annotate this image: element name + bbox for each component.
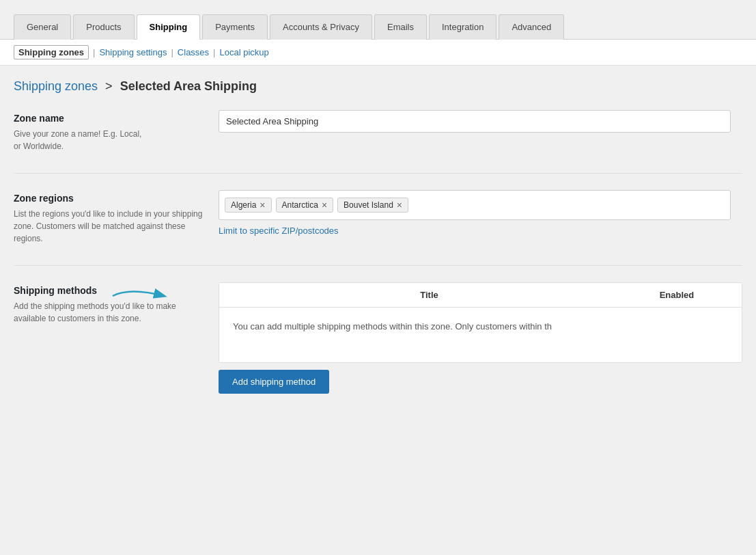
tag-antarctica-remove[interactable]: × (322, 200, 327, 210)
subnav-sep-2: | (171, 47, 173, 57)
col-enabled-header: Enabled (626, 290, 728, 300)
shipping-methods-table-body: You can add multiple shipping methods wi… (219, 308, 742, 362)
tag-antarctica: Antarctica × (276, 198, 334, 213)
shipping-methods-table-col: Title Enabled You can add multiple shipp… (219, 282, 742, 394)
tag-algeria-remove[interactable]: × (260, 200, 265, 210)
tab-integration[interactable]: Integration (429, 14, 496, 40)
subnav: Shipping zones | Shipping settings | Cla… (0, 40, 756, 66)
tag-antarctica-label: Antarctica (282, 200, 318, 210)
subnav-local-pickup[interactable]: Local pickup (220, 47, 269, 57)
tab-products[interactable]: Products (73, 14, 134, 40)
methods-empty-message: You can add multiple shipping methods wi… (233, 321, 552, 331)
subnav-shipping-settings[interactable]: Shipping settings (99, 47, 167, 57)
tab-advanced[interactable]: Advanced (499, 14, 564, 40)
shipping-methods-section: Shipping methods Add the shipping method… (14, 282, 742, 394)
zone-name-label-col: Zone name Give your zone a name! E.g. Lo… (14, 110, 205, 152)
subnav-shipping-zones[interactable]: Shipping zones (14, 45, 89, 59)
zone-name-section: Zone name Give your zone a name! E.g. Lo… (14, 110, 742, 152)
tab-payments[interactable]: Payments (202, 14, 268, 40)
col-title-header: Title (233, 290, 626, 300)
shipping-methods-table: Title Enabled You can add multiple shipp… (219, 282, 742, 363)
breadcrumb-separator: > (105, 79, 113, 93)
tabs-container: General Products Shipping Payments Accou… (0, 0, 756, 40)
limit-to-zip-link[interactable]: Limit to specific ZIP/postcodes (219, 226, 742, 236)
zone-name-heading: Zone name (14, 113, 205, 124)
tab-emails[interactable]: Emails (374, 14, 427, 40)
arrow-annotation (109, 284, 178, 310)
breadcrumb-parent-link[interactable]: Shipping zones (14, 79, 98, 93)
shipping-methods-label-col: Shipping methods Add the shipping method… (14, 282, 205, 325)
subnav-classes[interactable]: Classes (178, 47, 209, 57)
zone-regions-section: Zone regions List the regions you'd like… (14, 190, 742, 245)
tag-algeria: Algeria × (225, 198, 272, 213)
shipping-methods-table-header: Title Enabled (219, 283, 742, 308)
tag-bouvet-island-remove[interactable]: × (397, 200, 402, 210)
section-divider-1 (14, 173, 742, 174)
zone-regions-description: List the regions you'd like to include i… (14, 208, 205, 245)
add-shipping-method-button[interactable]: Add shipping method (219, 370, 329, 394)
subnav-sep-3: | (213, 47, 215, 57)
breadcrumb-current: Selected Area Shipping (120, 79, 257, 93)
tab-general[interactable]: General (14, 14, 71, 40)
section-divider-2 (14, 265, 742, 266)
zone-name-field-col (219, 110, 742, 133)
zone-regions-heading: Zone regions (14, 193, 205, 204)
main-content: Shipping zones > Selected Area Shipping … (0, 66, 756, 435)
subnav-sep-1: | (93, 47, 95, 57)
zone-name-description: Give your zone a name! E.g. Local, or Wo… (14, 128, 205, 152)
tags-input-box[interactable]: Algeria × Antarctica × Bouvet Island × (219, 190, 731, 220)
tag-bouvet-island-label: Bouvet Island (344, 200, 393, 210)
breadcrumb: Shipping zones > Selected Area Shipping (14, 79, 742, 94)
tab-shipping[interactable]: Shipping (137, 14, 201, 40)
zone-regions-label-col: Zone regions List the regions you'd like… (14, 190, 205, 245)
zone-name-input[interactable] (219, 110, 731, 133)
zone-regions-field-col: Algeria × Antarctica × Bouvet Island × L… (219, 190, 742, 236)
tag-algeria-label: Algeria (231, 200, 256, 210)
tag-bouvet-island: Bouvet Island × (337, 198, 408, 213)
tab-accounts-privacy[interactable]: Accounts & Privacy (270, 14, 372, 40)
page-wrapper: General Products Shipping Payments Accou… (0, 0, 756, 555)
